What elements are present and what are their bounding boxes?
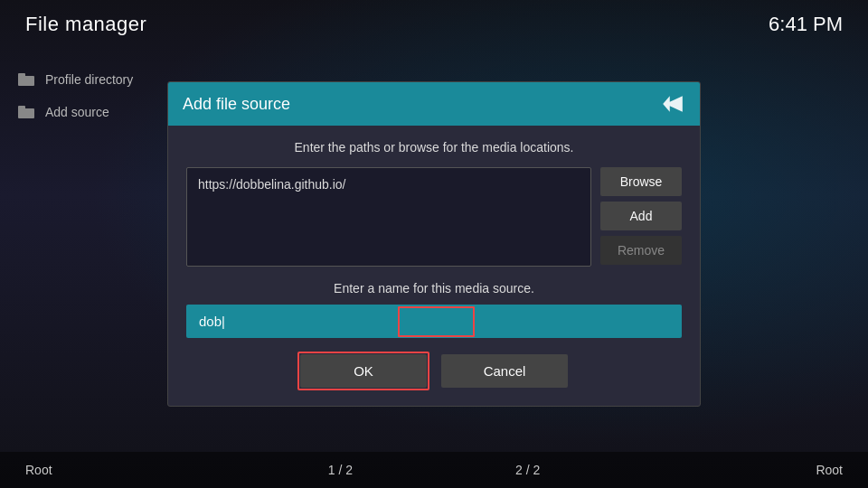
dialog-body: Enter the paths or browse for the media … bbox=[168, 126, 700, 406]
url-input-area[interactable]: https://dobbelina.github.io/ bbox=[186, 167, 591, 267]
ok-button[interactable]: OK bbox=[300, 354, 427, 388]
name-input-wrapper bbox=[186, 305, 682, 338]
cancel-button[interactable]: Cancel bbox=[441, 354, 568, 388]
url-section: https://dobbelina.github.io/ Browse Add … bbox=[186, 167, 682, 267]
url-buttons: Browse Add Remove bbox=[600, 167, 682, 267]
url-value: https://dobbelina.github.io/ bbox=[198, 177, 345, 192]
modal-overlay: Add file source Enter the paths or brows… bbox=[0, 0, 868, 488]
dialog-header: Add file source bbox=[168, 82, 700, 126]
name-input[interactable] bbox=[186, 305, 682, 338]
dialog-actions: OK Cancel bbox=[186, 354, 682, 388]
add-file-source-dialog: Add file source Enter the paths or brows… bbox=[167, 81, 701, 407]
kodi-logo bbox=[660, 91, 685, 117]
browse-button[interactable]: Browse bbox=[600, 167, 682, 196]
instruction-text-1: Enter the paths or browse for the media … bbox=[186, 140, 682, 155]
add-button[interactable]: Add bbox=[600, 202, 682, 230]
instruction-text-2: Enter a name for this media source. bbox=[186, 281, 682, 296]
svg-marker-0 bbox=[663, 96, 683, 111]
remove-button: Remove bbox=[600, 236, 682, 265]
dialog-title: Add file source bbox=[183, 95, 290, 114]
